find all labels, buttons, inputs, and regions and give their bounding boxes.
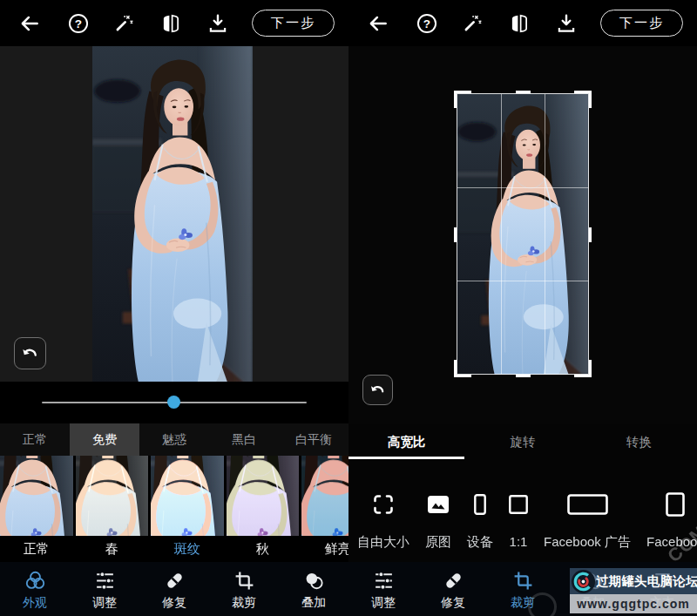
before-after-icon bbox=[508, 12, 531, 35]
auto-enhance-button[interactable] bbox=[461, 12, 484, 35]
nav-adjust[interactable]: 调整 bbox=[70, 562, 139, 616]
watermark-url: www.gqgtpc.com bbox=[570, 594, 697, 613]
ghost-watermark-ring bbox=[528, 592, 557, 616]
download-button[interactable] bbox=[206, 12, 229, 35]
bandaid-icon bbox=[164, 570, 186, 592]
filter-label: 鲜亮 bbox=[301, 536, 348, 562]
filter-item[interactable]: 春 bbox=[76, 456, 149, 562]
undo-icon bbox=[368, 380, 388, 400]
filter-thumbnail bbox=[227, 456, 300, 536]
bandaid-icon bbox=[443, 570, 464, 592]
nav-label: 叠加 bbox=[301, 595, 326, 611]
forum-watermark: 过期罐头电脑论坛 www.gqgtpc.com bbox=[570, 568, 697, 613]
nav-heal[interactable]: 修复 bbox=[418, 562, 488, 616]
crop-corner-handle-br[interactable] bbox=[574, 360, 592, 377]
aspect-label: Facebook 广告 bbox=[544, 534, 631, 551]
auto-enhance-button[interactable] bbox=[112, 12, 135, 35]
filter-thumbnail bbox=[301, 456, 348, 536]
download-button[interactable] bbox=[555, 12, 578, 35]
aspect-free[interactable]: 自由大小 bbox=[357, 484, 409, 562]
filter-thumbnail bbox=[151, 456, 224, 536]
square-icon bbox=[509, 484, 528, 525]
help-button[interactable]: ? bbox=[416, 12, 438, 35]
crop-region[interactable] bbox=[457, 93, 589, 375]
nav-label: 修复 bbox=[441, 595, 465, 611]
grid-line bbox=[457, 281, 588, 281]
filter-tab-whitebalance[interactable]: 白平衡 bbox=[279, 423, 348, 456]
aspect-1-1[interactable]: 1:1 bbox=[509, 484, 528, 562]
photo-canvas bbox=[0, 46, 348, 382]
undo-button[interactable] bbox=[362, 375, 393, 405]
crop-canvas bbox=[348, 46, 697, 424]
filter-label: 斑纹 bbox=[151, 536, 224, 562]
help-button[interactable]: ? bbox=[67, 12, 90, 35]
watermark-forum-name: 过期罐头电脑论坛 bbox=[596, 573, 697, 590]
nav-adjust[interactable]: 调整 bbox=[348, 562, 418, 616]
tab-transform[interactable]: 转换 bbox=[581, 424, 697, 459]
tab-aspect-ratio[interactable]: 高宽比 bbox=[348, 424, 464, 459]
crop-corner-handle-tl[interactable] bbox=[454, 91, 471, 108]
filter-tab-normal[interactable]: 正常 bbox=[0, 423, 70, 456]
compare-button[interactable] bbox=[159, 12, 182, 35]
filter-tab-bw[interactable]: 黑白 bbox=[209, 423, 279, 456]
crop-edge-handle-right[interactable] bbox=[589, 227, 592, 242]
grid-line bbox=[545, 94, 545, 374]
aspect-label: 1:1 bbox=[510, 534, 528, 549]
magic-wand-icon bbox=[112, 12, 135, 35]
crop-corner-handle-tr[interactable] bbox=[574, 91, 592, 108]
photo-preview bbox=[92, 46, 253, 382]
back-arrow-icon bbox=[367, 12, 389, 35]
filter-item[interactable]: 正常 bbox=[0, 456, 73, 562]
aspect-original[interactable]: 原图 bbox=[425, 484, 451, 562]
aspect-device[interactable]: 设备 bbox=[467, 484, 493, 562]
sliders-icon bbox=[373, 570, 395, 592]
grid-line bbox=[457, 187, 588, 188]
looks-icon bbox=[24, 570, 46, 592]
next-step-button[interactable]: 下一步 bbox=[252, 10, 335, 37]
crop-edge-handle-left[interactable] bbox=[454, 227, 457, 242]
undo-button[interactable] bbox=[14, 337, 46, 369]
aspect-facebook-ad[interactable]: Facebook 广告 bbox=[544, 484, 631, 562]
filter-item[interactable]: 鲜亮 bbox=[301, 456, 348, 562]
next-step-button[interactable]: 下一步 bbox=[600, 10, 683, 37]
filter-item[interactable]: 秋 bbox=[227, 456, 300, 562]
aspect-ratio-options: 自由大小 原图 设备 1:1 Facebook 广告 Facebook bbox=[348, 459, 697, 562]
filter-thumbnail bbox=[76, 456, 149, 536]
filter-strength-slider[interactable] bbox=[0, 382, 348, 423]
crop-edge-handle-bottom[interactable] bbox=[516, 375, 531, 377]
back-arrow-icon bbox=[18, 12, 41, 35]
nav-overlay[interactable]: 叠加 bbox=[279, 562, 348, 616]
crop-edge-handle-top[interactable] bbox=[516, 91, 531, 93]
original-image-icon bbox=[427, 484, 450, 525]
download-icon bbox=[206, 12, 229, 35]
svg-text:?: ? bbox=[423, 17, 430, 30]
filter-item-selected[interactable]: 斑纹 bbox=[151, 456, 224, 562]
help-icon: ? bbox=[416, 12, 438, 35]
overlay-circles-icon bbox=[303, 570, 325, 592]
back-button[interactable] bbox=[18, 12, 41, 35]
compare-button[interactable] bbox=[508, 12, 531, 35]
filter-tab-free[interactable]: 免费 bbox=[70, 423, 139, 456]
nav-label: 裁剪 bbox=[232, 595, 256, 611]
tab-rotate[interactable]: 旋转 bbox=[464, 424, 580, 459]
wide-rect-icon bbox=[567, 484, 608, 525]
nav-heal[interactable]: 修复 bbox=[139, 562, 209, 616]
filter-list: 正常 春 斑纹 秋 鲜亮 bbox=[0, 456, 348, 562]
panel-looks: ? 下一步 正常 免费 魅惑 黑白 白平衡 正常 bbox=[0, 0, 348, 616]
filter-label: 春 bbox=[76, 536, 149, 562]
grid-line bbox=[501, 94, 502, 374]
crop-corner-handle-bl[interactable] bbox=[454, 360, 471, 377]
slider-thumb[interactable] bbox=[167, 396, 180, 409]
back-button[interactable] bbox=[367, 12, 389, 35]
crop-frame[interactable] bbox=[457, 93, 589, 375]
watermark-title-row: 过期罐头电脑论坛 bbox=[570, 568, 697, 594]
filter-category-tabs: 正常 免费 魅惑 黑白 白平衡 bbox=[0, 423, 348, 456]
app-screen: ? 下一步 正常 免费 魅惑 黑白 白平衡 正常 bbox=[0, 0, 697, 616]
magic-wand-icon bbox=[461, 12, 484, 35]
before-after-icon bbox=[159, 12, 182, 35]
nav-label: 外观 bbox=[23, 595, 47, 611]
device-icon bbox=[474, 484, 486, 525]
nav-crop[interactable]: 裁剪 bbox=[209, 562, 279, 616]
filter-tab-charm[interactable]: 魅惑 bbox=[139, 423, 209, 456]
nav-looks[interactable]: 外观 bbox=[0, 562, 70, 616]
